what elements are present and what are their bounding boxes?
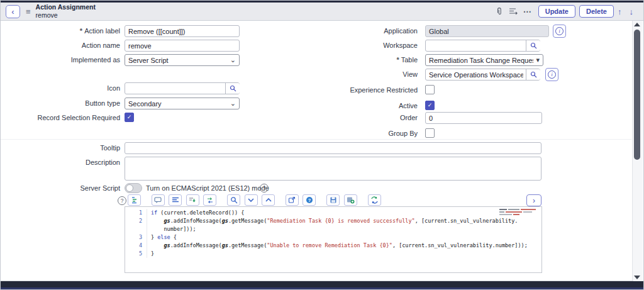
form-context-menu-icon[interactable]: ≡ [26,7,31,16]
down-arrow-icon: ↓ [630,7,634,16]
code-editor[interactable]: 1if (current.deleteRecord()) {2 gs.addIn… [125,206,542,273]
code-line[interactable]: 4 gs.addInfoMessage(gs.getMessage("Unabl… [125,242,541,250]
find-next-button[interactable] [245,194,258,206]
expand-editor-button[interactable]: › [526,194,541,206]
scrollbar-thumb[interactable] [634,30,640,160]
application-label: Application [301,27,418,35]
icon-input[interactable] [125,82,240,94]
swap-icon [370,196,379,204]
record-selection-required-checkbox[interactable]: ✓ [125,113,134,122]
goto-line-icon [189,197,196,204]
page-title: Action Assignment remove [36,4,96,19]
implemented-as-label: Implemented as [4,56,120,64]
table-select[interactable]: Remediation Task Change Requests [sn_vul… [425,54,543,66]
required-marker: * [80,27,82,35]
experience-restricted-checkbox[interactable]: ✓ [425,85,435,94]
icon-lookup-button[interactable] [225,83,240,94]
search-icon [530,42,537,49]
format-code-button[interactable] [128,194,141,206]
code-line[interactable]: 5} [125,250,541,258]
find-previous-button[interactable] [262,194,275,206]
save-icon [330,196,337,204]
script-editor-toolbar: ? [128,194,382,206]
record-name-subtitle: remove [36,12,96,19]
view-label: View [301,70,418,78]
group-by-checkbox[interactable]: ✓ [425,128,435,138]
search-button[interactable] [227,194,240,206]
code-text: gs.addInfoMessage(gs.getMessage("Unable … [147,242,528,250]
action-name-input[interactable] [125,40,240,52]
experience-restricted-label: Experience Restricted [301,86,418,94]
ecmascript-mode-toggle[interactable] [125,183,142,193]
back-button[interactable]: ‹ [6,5,20,18]
description-textarea[interactable] [125,157,541,181]
script-editor-help-icon[interactable]: ? [118,196,126,205]
save-script-button[interactable] [326,194,340,206]
search-icon [530,71,537,78]
line-number: 3 [125,233,147,242]
back-chevron-icon: ‹ [11,7,14,16]
activity-stream-icon [509,8,518,15]
toggle-editors-button[interactable] [368,194,381,206]
attachment-button[interactable] [492,6,506,17]
up-arrow-icon: ↑ [618,7,622,16]
help-globe-icon: ? [306,196,313,204]
chevron-down-icon: ⌄ [230,56,236,64]
code-line[interactable]: 3} else { [125,233,541,242]
previous-record-button[interactable]: ↑ [614,7,626,16]
format-selection-button[interactable] [169,194,182,206]
comment-icon [154,197,162,204]
tooltip-input[interactable] [125,142,541,154]
save-new-icon [347,196,355,204]
code-text: } [147,250,154,258]
chevron-down-icon [247,198,255,203]
scroll-up-arrow[interactable] [634,23,640,26]
code-line[interactable]: 2 gs.addInfoMessage(gs.getMessage("Remed… [125,217,541,233]
view-info-button[interactable]: i [545,68,558,81]
workspace-input[interactable] [425,40,540,52]
delete-button[interactable]: Delete [579,5,614,18]
svg-text:?: ? [308,198,311,203]
form-header: ‹ ≡ Action Assignment remove ⋯ Update De… [1,3,643,21]
view-input[interactable] [425,69,540,81]
vertical-scrollbar[interactable] [632,21,643,283]
view-lookup-button[interactable] [526,69,540,80]
section-divider [1,139,631,140]
save-and-stay-button[interactable] [344,194,357,206]
check-icon: ✓ [428,103,433,108]
required-marker: * [396,56,399,64]
active-checkbox[interactable]: ✓ [425,101,435,110]
more-options-button[interactable]: ⋯ [521,6,535,18]
server-script-label: Server Script [4,184,120,192]
replace-button[interactable] [203,194,216,206]
application-info-button[interactable]: i [553,25,566,38]
order-label: Order [301,114,418,121]
open-editor-window-button[interactable] [286,194,299,206]
update-button[interactable]: Update [538,5,575,18]
app-window: ‹ ≡ Action Assignment remove ⋯ Update De… [0,0,644,290]
toggle-knob [126,184,133,192]
code-line[interactable]: 1if (current.deleteRecord()) { [125,209,541,217]
search-icon [230,196,238,204]
api-help-button[interactable]: ? [303,194,316,206]
icon-label: Icon [4,84,120,92]
goto-line-button[interactable] [186,194,199,206]
scroll-down-arrow[interactable] [634,276,640,279]
workspace-label: Workspace [301,42,418,49]
comment-button[interactable] [152,194,165,206]
description-label: Description [4,159,120,166]
info-icon: i [555,27,564,35]
button-type-select[interactable]: Secondary⌄ [125,98,240,109]
activity-stream-button[interactable] [506,6,521,16]
implemented-as-select[interactable]: Server Script⌄ [125,54,240,66]
action-label-label: *Action label [4,27,120,35]
ecmascript-help-icon[interactable]: ? [260,184,269,192]
application-input [425,25,549,37]
next-record-button[interactable]: ↓ [626,7,638,16]
order-input[interactable] [425,112,542,124]
action-label-input[interactable] [125,25,240,37]
action-name-label: Action name [4,42,120,49]
replace-icon [206,197,214,204]
workspace-lookup-button[interactable] [526,40,540,51]
format-lines-icon [172,197,179,203]
